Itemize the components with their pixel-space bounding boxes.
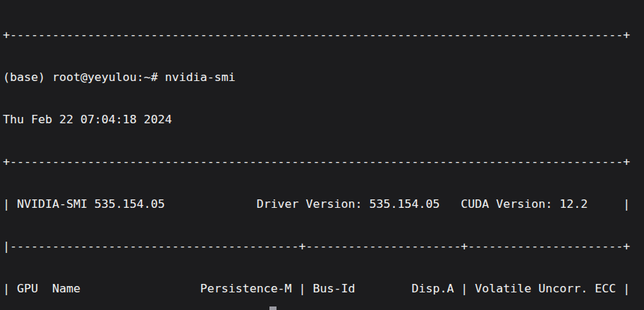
timestamp-line: Thu Feb 22 07:04:18 2024: [3, 113, 644, 127]
shell-prompt-line: (base) root@yeyulou:~# nvidia-smi: [3, 70, 644, 85]
terminal-screen[interactable]: +---------------------------------------…: [3, 0, 644, 310]
terminal-cursor: [269, 306, 277, 310]
gpu-column-header-line-1: | GPU Name Persistence-M | Bus-Id Disp.A…: [3, 282, 644, 296]
smi-table-top-border: +---------------------------------------…: [3, 155, 644, 169]
previous-table-bottom-border: +---------------------------------------…: [3, 28, 644, 42]
smi-version-header-line: | NVIDIA-SMI 535.154.05 Driver Version: …: [3, 197, 644, 211]
smi-header-separator: |---------------------------------------…: [3, 240, 644, 254]
